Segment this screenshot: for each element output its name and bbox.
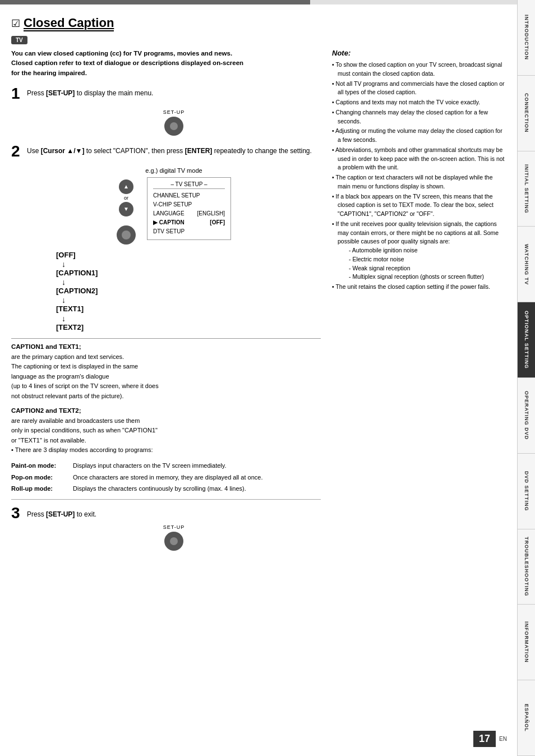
mode-paint-on: Paint-on mode: Displays input characters… xyxy=(11,461,321,471)
sidebar-section-initial-setting[interactable]: INITIAL SETTING xyxy=(517,151,535,227)
caption1-body: are the primary caption and text service… xyxy=(11,352,321,402)
step-2-cursor: [Cursor ▲/▼] xyxy=(41,147,85,155)
left-column: You can view closed captioning (cc) for … xyxy=(11,49,321,559)
tv-badge: TV xyxy=(11,36,506,49)
step-2-area: 2 Use [Cursor ▲/▼] to select "CAPTION", … xyxy=(11,144,321,333)
menu-item-value: [OFF] xyxy=(210,218,225,227)
main-content: ☑ Closed Caption TV You can view closed … xyxy=(0,4,517,756)
mode-paint-desc: Displays input characters on the TV scre… xyxy=(73,461,321,471)
right-sidebar: INTRODUCTION CONNECTION INITIAL SETTING … xyxy=(517,0,535,756)
down-arrow-btn: ▼ xyxy=(119,202,133,216)
note-title: Note: xyxy=(332,49,506,57)
mode-pop-desc: Once characters are stored in memory, th… xyxy=(73,473,321,482)
step-2-enter: [ENTER] xyxy=(185,147,213,155)
step-2-text: Use [Cursor ▲/▼] to select "CAPTION", th… xyxy=(27,144,312,156)
option-text1: [TEXT1] xyxy=(56,304,84,314)
sidebar-section-watching-tv[interactable]: WATCHING TV xyxy=(517,227,535,302)
mode-roll-desc: Displays the characters continuously by … xyxy=(73,484,321,494)
menu-item-label: LANGUAGE xyxy=(153,209,185,218)
or-label: or xyxy=(124,195,128,201)
note-item-5: Adjusting or muting the volume may delay… xyxy=(332,127,506,145)
step-1-text: Press [SET-UP] to display the main menu. xyxy=(27,86,153,98)
two-column-layout: You can view closed captioning (cc) for … xyxy=(11,49,506,559)
arrow-4: ↓ xyxy=(62,315,66,322)
menu-item-value: [ENGLISH] xyxy=(197,209,225,218)
svg-point-0 xyxy=(170,122,178,130)
note-list: To show the closed caption on your TV sc… xyxy=(332,61,506,292)
title-row: ☑ Closed Caption xyxy=(11,16,506,31)
tv-menu-title: – TV SETUP – xyxy=(153,181,225,189)
page-title: Closed Caption xyxy=(24,16,114,31)
example-label: e.g.) digital TV mode xyxy=(145,167,202,174)
note-item-7: The caption or text characters will not … xyxy=(332,173,506,191)
intro-text: You can view closed captioning (cc) for … xyxy=(11,49,321,78)
step-1: 1 Press [SET-UP] to display the main men… xyxy=(11,86,321,102)
progress-fill xyxy=(0,0,310,4)
sidebar-section-connection[interactable]: CONNECTION xyxy=(517,76,535,151)
sidebar-section-introduction[interactable]: INTRODUCTION xyxy=(517,0,535,76)
example-inner: ▲ or ▼ – TV SETUP – xyxy=(117,177,231,245)
option-caption1: [CAPTION1] xyxy=(56,268,98,278)
svg-point-2 xyxy=(170,537,178,545)
step-1-bold: [SET-UP] xyxy=(46,89,75,97)
arrow-1: ↓ xyxy=(62,260,66,268)
option-off: [OFF] xyxy=(56,250,76,260)
mode-paint-label: Paint-on mode: xyxy=(11,461,67,471)
remote-setup-step1: SET-UP xyxy=(27,109,321,136)
menu-item-label: V-CHIP SETUP xyxy=(153,200,192,209)
remote-setup-step3: SET-UP xyxy=(27,524,321,551)
step-3-number: 3 xyxy=(11,505,22,521)
sidebar-section-troubleshooting[interactable]: TROUBLESHOOTING xyxy=(517,529,535,605)
right-column: Note: To show the closed caption on your… xyxy=(332,49,506,559)
note-item-1: To show the closed caption on your TV sc… xyxy=(332,61,506,79)
note-item-9: If the unit receives poor quality televi… xyxy=(332,220,506,282)
arrows-remote: ▲ or ▼ xyxy=(117,179,136,245)
menu-item-caption: ▶ CAPTION[OFF] xyxy=(153,218,225,227)
note-item-8: If a black box appears on the TV screen,… xyxy=(332,192,506,219)
menu-item-channel-setup: CHANNEL SETUP xyxy=(153,191,225,200)
divider xyxy=(11,499,321,500)
note-sub-1: - Automobile ignition noise xyxy=(338,246,506,255)
sidebar-section-espanol[interactable]: ESPAÑOL xyxy=(517,680,535,756)
sidebar-section-optional-setting[interactable]: OPTIONAL SETTING xyxy=(517,302,535,378)
step-3: 3 Press [SET-UP] to exit. xyxy=(11,505,321,521)
remote-step3-label: SET-UP xyxy=(163,524,185,530)
page-number-area: 17 EN xyxy=(473,731,507,747)
tv-menu-box: – TV SETUP – CHANNEL SETUP V-CHIP SETUP … xyxy=(147,177,231,240)
caption2-body: are rarely available and broadcasters us… xyxy=(11,416,321,455)
menu-item-label: ▶ CAPTION xyxy=(153,218,185,227)
up-arrow-btn: ▲ xyxy=(119,179,133,194)
setup-button-step3-icon xyxy=(164,532,183,551)
remote-setup-label: SET-UP xyxy=(163,109,185,115)
page-number: 17 xyxy=(473,731,496,747)
example-area: e.g.) digital TV mode ▲ or ▼ xyxy=(27,167,321,245)
step-1-number: 1 xyxy=(11,86,22,102)
menu-item-language: LANGUAGE[ENGLISH] xyxy=(153,209,225,218)
note-item-3: Captions and texts may not match the TV … xyxy=(332,98,506,107)
menu-item-label: CHANNEL SETUP xyxy=(153,191,200,200)
note-item-10: The unit retains the closed caption sett… xyxy=(332,283,506,292)
sidebar-section-information[interactable]: INFORMATION xyxy=(517,605,535,680)
menu-item-vchip-setup: V-CHIP SETUP xyxy=(153,200,225,209)
mode-pop-label: Pop-on mode: xyxy=(11,473,67,482)
step-3-bold: [SET-UP] xyxy=(46,510,75,518)
option-text2: [TEXT2] xyxy=(56,322,84,333)
modes-table: Paint-on mode: Displays input characters… xyxy=(11,461,321,494)
note-item-6: Abbreviations, symbols and other grammat… xyxy=(332,146,506,172)
descriptions: CAPTION1 and TEXT1; are the primary capt… xyxy=(11,338,321,494)
caption2-title: CAPTION2 and TEXT2; xyxy=(11,407,321,414)
mode-roll-up: Roll-up mode: Displays the characters co… xyxy=(11,484,321,494)
note-item-4: Changing channels may delay the closed c… xyxy=(332,108,506,126)
enter-btn xyxy=(117,225,136,245)
note-sub-3: - Weak signal reception xyxy=(338,264,506,273)
menu-item-label: DTV SETUP xyxy=(153,227,185,236)
setup-button-icon xyxy=(164,117,183,136)
progress-bar xyxy=(0,0,517,4)
mode-pop-on: Pop-on mode: Once characters are stored … xyxy=(11,473,321,482)
arrow-2: ↓ xyxy=(62,278,66,286)
note-box: Note: To show the closed caption on your… xyxy=(332,49,506,292)
sidebar-section-dvd-setting[interactable]: DVD SETTING xyxy=(517,454,535,529)
caption1-title: CAPTION1 and TEXT1; xyxy=(11,343,321,350)
sidebar-section-operating-dvd[interactable]: OPERATING DVD xyxy=(517,378,535,454)
note-sub-4: - Multiplex signal reception (ghosts or … xyxy=(338,273,506,282)
